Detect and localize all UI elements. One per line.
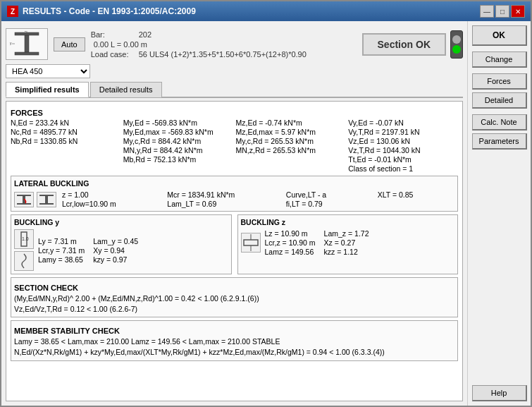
traffic-light	[450, 30, 463, 59]
window-title: RESULTS - Code - EN 1993-1:2005/AC:2009	[23, 6, 196, 16]
tab-detailed[interactable]: Detailed results	[90, 82, 162, 97]
force-val: Mz,Ed = -0.74 kN*m	[236, 119, 346, 127]
svg-rect-10	[39, 195, 54, 196]
force-val: Vz,T,Rd = 1044.30 kN	[348, 146, 458, 154]
buck-y-val: Lcr,y = 7.31 m	[38, 246, 85, 255]
buck-z-val: Lz = 10.90 m	[265, 229, 316, 238]
tab-simplified[interactable]: Simplified results	[6, 82, 89, 97]
auto-button[interactable]: Auto	[54, 37, 85, 51]
help-button[interactable]: Help	[472, 385, 527, 401]
force-val: Nb,Rd = 1330.85 kN	[11, 137, 120, 145]
svg-text:y: y	[10, 41, 12, 45]
load-case-label: Load case:	[91, 50, 133, 59]
buckling-row: BUCKLING y 1.0	[11, 214, 458, 274]
buckling-y-header: BUCKLING y	[14, 218, 228, 226]
force-val: N,Ed = 233.24 kN	[11, 119, 120, 127]
green-light	[452, 45, 461, 54]
force-val: Vy,T,Rd = 2197.91 kN	[348, 128, 458, 136]
force-val: My,c,Rd = 265.53 kN*m	[236, 137, 346, 145]
member-stability-box: MEMBER STABILITY CHECK Lamy = 38.65 < La…	[11, 320, 458, 360]
forces-grid: N,Ed = 233.24 kN Nc,Rd = 4895.77 kN Nb,R…	[11, 119, 458, 173]
buck-z-val: Lamz = 149.56	[265, 248, 316, 256]
force-val: Nc,Rd = 4895.77 kN	[11, 128, 120, 136]
buckling-y-icon2	[14, 251, 34, 271]
detailed-button[interactable]: Detailed	[472, 92, 527, 109]
buck-y-val: Xy = 0.94	[93, 246, 138, 255]
buckling-z-header: BUCKLING z	[241, 218, 455, 226]
buck-z-val: kzz = 1.12	[324, 248, 369, 256]
forces-col1: N,Ed = 233.24 kN Nc,Rd = 4895.77 kN Nb,R…	[11, 119, 120, 173]
svg-rect-7	[17, 195, 31, 196]
member-stability-line1: Lamy = 38.65 < Lam,max = 210.00 Lamz = 1…	[14, 336, 454, 347]
force-val: Mz,Ed,max = 5.97 kN*m	[236, 128, 346, 136]
x-value: 0.00 L = 0.00 m	[94, 40, 147, 49]
force-val: Vz,Ed = 130.06 kN	[348, 137, 458, 145]
buckling-y-icon1: 1.0	[14, 229, 34, 249]
force-val: Class of section = 1	[348, 164, 458, 173]
buck-z-val: Lam_z = 1.72	[324, 229, 369, 238]
force-val: My,Ed,max = -569.83 kN*m	[123, 128, 233, 136]
section-ok-button[interactable]: Section OK	[362, 33, 446, 56]
buck-y-val: Lamy = 38.65	[38, 255, 85, 264]
bar-value: 202	[139, 30, 151, 39]
svg-text:1.0: 1.0	[22, 236, 29, 241]
title-bar: Z RESULTS - Code - EN 1993-1:2005/AC:200…	[1, 1, 531, 21]
close-button[interactable]: ✕	[511, 5, 525, 18]
red-light	[452, 35, 461, 44]
app-icon: Z	[7, 6, 18, 17]
svg-rect-12	[39, 203, 54, 205]
lateral-buckling-box: LATERAL BUCKLING	[11, 176, 458, 212]
buckling-z-icon	[241, 233, 261, 253]
restore-button[interactable]: □	[495, 5, 509, 18]
tabs-container: Simplified results Detailed results	[6, 81, 463, 98]
member-stability-line2: N,Ed/(Xz*N,Rk/gM1) + kzy*My,Ed,max/(XLT*…	[14, 347, 454, 358]
profile-select[interactable]: HEA 450	[6, 64, 90, 78]
results-panel: FORCES N,Ed = 233.24 kN Nc,Rd = 4895.77 …	[6, 101, 463, 401]
lat-val: Lam_LT = 0.69	[167, 200, 276, 208]
lat-val: Mcr = 1834.91 kN*m	[167, 190, 276, 199]
forces-col3: Mz,Ed = -0.74 kN*m Mz,Ed,max = 5.97 kN*m…	[236, 119, 346, 173]
lat-val: fi,LT = 0.79	[286, 200, 368, 208]
lat-val: Lcr,low=10.90 m	[62, 200, 157, 208]
svg-rect-9	[17, 203, 31, 205]
lateral-icon2	[37, 192, 56, 207]
svg-text:z: z	[25, 31, 27, 32]
svg-rect-1	[25, 35, 29, 52]
section-check-line2: Vz,Ed/Vz,T,Rd = 0.12 < 1.00 (6.2.6-7)	[14, 304, 454, 315]
forces-col4: Vy,Ed = -0.07 kN Vy,T,Rd = 2197.91 kN Vz…	[348, 119, 458, 173]
lateral-buckling-header: LATERAL BUCKLING	[14, 179, 454, 188]
force-val: MN,z,Rd = 265.53 kN*m	[236, 146, 346, 154]
force-val: My,Ed = -569.83 kN*m	[123, 119, 233, 127]
section-check-line1: (My,Ed/MN,y,Rd)^ 2.00 + (Mz,Ed/MN,z,Rd)^…	[14, 293, 454, 304]
member-stability-header: MEMBER STABILITY CHECK	[14, 327, 454, 335]
svg-rect-2	[15, 52, 39, 55]
main-window: Z RESULTS - Code - EN 1993-1:2005/AC:200…	[0, 0, 532, 407]
section-check-box: SECTION CHECK (My,Ed/MN,y,Rd)^ 2.00 + (M…	[11, 277, 458, 317]
force-val: MN,y,Rd = 884.42 kN*m	[123, 146, 233, 154]
forces-button[interactable]: Forces	[472, 73, 527, 90]
section-check-header: SECTION CHECK	[14, 284, 454, 292]
force-val: Mb,Rd = 752.13 kN*m	[123, 155, 233, 164]
right-panel: OK Change Forces Detailed Calc. Note Par…	[467, 21, 531, 406]
lat-val: z = 1.00	[62, 190, 157, 199]
buck-y-val: Lam_y = 0.45	[93, 237, 138, 245]
change-button[interactable]: Change	[472, 51, 527, 68]
beam-icon: z y	[6, 28, 48, 60]
minimize-button[interactable]: —	[480, 5, 494, 18]
buckling-z-box: BUCKLING z Lz = 10.90 m	[237, 214, 459, 274]
parameters-button[interactable]: Parameters	[472, 133, 527, 150]
calc-note-button[interactable]: Calc. Note	[472, 114, 527, 130]
lat-val	[378, 200, 454, 208]
buck-z-val: Xz = 0.27	[324, 238, 369, 247]
load-case-value: 56 ULS4 (1+2)*1.35+5*1.50+6*0.75+(12+8)*…	[139, 50, 307, 59]
svg-rect-15	[244, 240, 258, 245]
bar-label: Bar:	[91, 30, 133, 39]
svg-rect-0	[15, 32, 39, 35]
buck-y-val: kzy = 0.97	[93, 255, 138, 264]
lat-val: Curve,LT - a	[286, 190, 368, 199]
buck-z-val: Lcr,z = 10.90 m	[265, 238, 316, 247]
lateral-icon1	[14, 192, 34, 207]
force-val: My,c,Rd = 884.42 kN*m	[123, 137, 233, 145]
ok-button[interactable]: OK	[472, 25, 527, 46]
forces-header: FORCES	[11, 109, 458, 117]
